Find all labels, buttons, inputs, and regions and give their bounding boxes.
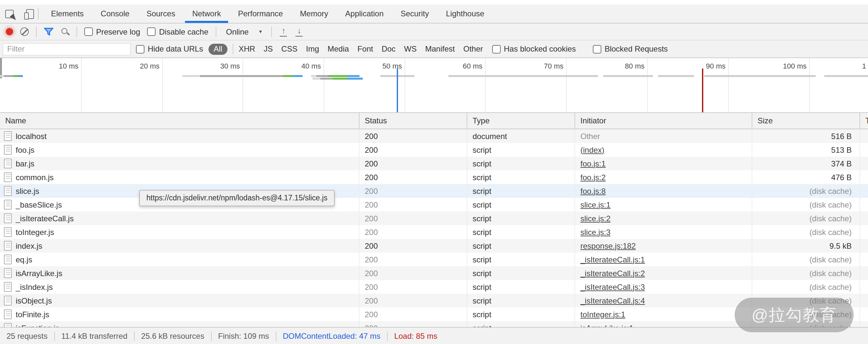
toggle-device-toolbar-button[interactable] — [22, 7, 35, 20]
inspect-element-button[interactable] — [3, 7, 16, 20]
load-event-line — [702, 69, 703, 112]
tab-elements[interactable]: Elements — [42, 5, 92, 23]
filter-type-font[interactable]: Font — [358, 44, 373, 54]
initiator-link[interactable]: foo.js:2 — [581, 173, 606, 182]
checkbox-icon[interactable] — [147, 27, 156, 36]
preserve-log-checkbox[interactable]: Preserve log — [84, 27, 140, 36]
filter-type-other[interactable]: Other — [463, 44, 483, 54]
tab-performance[interactable]: Performance — [229, 5, 291, 23]
table-row[interactable]: bar.js200scriptfoo.js:1374 B — [0, 157, 868, 170]
blocked-requests-checkbox[interactable]: Blocked Requests — [593, 44, 668, 54]
filter-type-manifest[interactable]: Manifest — [425, 44, 455, 54]
throttling-dropdown[interactable]: Online ▾ — [223, 27, 265, 36]
waterfall-bar-segment — [333, 78, 348, 80]
divider — [233, 44, 233, 54]
initiator-link[interactable]: _isIterateeCall.js:1 — [581, 255, 645, 264]
initiator-link[interactable]: _isIterateeCall.js:2 — [581, 269, 645, 278]
timeline-gridline — [647, 58, 648, 112]
summary-item[interactable]: Load: 85 ms — [394, 331, 437, 340]
table-row[interactable]: isArrayLike.js200script_isIterateeCall.j… — [0, 266, 868, 280]
filter-type-js[interactable]: JS — [264, 44, 273, 54]
network-overview-timeline[interactable]: 10 ms20 ms30 ms40 ms50 ms60 ms70 ms80 ms… — [0, 58, 868, 113]
checkbox-icon[interactable] — [136, 45, 145, 53]
initiator-link[interactable]: isArrayLike.js:1 — [581, 323, 634, 327]
filter-type-doc[interactable]: Doc — [382, 44, 396, 54]
cell-type: script — [467, 184, 575, 198]
column-header-initiator[interactable]: Initiator — [575, 113, 752, 129]
timeline-tick-label: 60 ms — [463, 62, 483, 70]
request-name: bar.js — [16, 159, 34, 168]
search-icon[interactable] — [61, 27, 69, 36]
initiator-link[interactable]: slice.js:1 — [581, 200, 611, 209]
script-file-icon — [4, 268, 12, 278]
has-blocked-cookies-checkbox[interactable]: Has blocked cookies — [492, 44, 576, 54]
column-header-name[interactable]: Name — [0, 113, 359, 129]
cell-initiator: foo.js:2 — [575, 170, 752, 184]
cell-initiator: _isIterateeCall.js:1 — [575, 253, 752, 266]
initiator-link[interactable]: foo.js:8 — [581, 186, 606, 196]
column-header-type[interactable]: Type — [467, 113, 575, 129]
column-header-size[interactable]: Size — [752, 113, 860, 129]
summary-item[interactable]: DOMContentLoaded: 47 ms — [283, 331, 380, 340]
cell-time — [860, 253, 868, 266]
filter-type-img[interactable]: Img — [306, 44, 319, 54]
timeline-gridline — [323, 58, 324, 112]
cell-status: 200 — [359, 170, 467, 184]
initiator-link[interactable]: response.js:182 — [581, 241, 636, 250]
initiator-link[interactable]: _isIterateeCall.js:4 — [581, 296, 645, 305]
tab-lighthouse[interactable]: Lighthouse — [437, 5, 493, 23]
filter-type-all[interactable]: All — [208, 43, 227, 55]
filter-type-css[interactable]: CSS — [281, 44, 298, 54]
initiator-link[interactable]: foo.js:1 — [581, 159, 606, 168]
script-file-icon — [4, 145, 12, 155]
waterfall-bar-segment — [283, 75, 293, 77]
initiator-link[interactable]: slice.js:3 — [581, 228, 611, 237]
filter-type-ws[interactable]: WS — [404, 44, 417, 54]
initiator-link[interactable]: slice.js:2 — [581, 214, 611, 223]
waterfall-bar-segment — [312, 78, 320, 80]
cell-time — [860, 266, 868, 280]
table-row[interactable]: localhost200documentOther516 B — [0, 129, 868, 143]
table-row[interactable]: _isIndex.js200script_isIterateeCall.js:3… — [0, 280, 868, 294]
network-toolbar: Preserve log Disable cache Online ▾ ↑ ↓ — [0, 24, 868, 40]
cell-type: script — [467, 266, 575, 280]
watermark: @拉勾教育 — [735, 298, 854, 332]
table-row[interactable]: _isIterateeCall.js200scriptslice.js:2(di… — [0, 211, 868, 225]
waterfall-bar-segment — [348, 78, 363, 80]
tab-sources[interactable]: Sources — [138, 5, 184, 23]
export-har-icon[interactable]: ↓ — [295, 27, 304, 37]
divider — [36, 27, 37, 37]
table-row[interactable]: index.js200scriptresponse.js:1829.5 kB — [0, 239, 868, 253]
disable-cache-checkbox[interactable]: Disable cache — [147, 27, 209, 36]
tab-application[interactable]: Application — [337, 5, 392, 23]
cell-time — [860, 211, 868, 225]
initiator-link[interactable]: _isIterateeCall.js:3 — [581, 282, 645, 291]
checkbox-icon[interactable] — [593, 45, 601, 53]
checkbox-icon[interactable] — [492, 45, 501, 53]
column-header-status[interactable]: Status — [359, 113, 467, 129]
table-row[interactable]: foo.js200script(index)513 B — [0, 143, 868, 157]
tab-security[interactable]: Security — [392, 5, 438, 23]
table-row[interactable]: _baseSlice.js200scriptslice.js:1(disk ca… — [0, 198, 868, 211]
filter-funnel-icon[interactable] — [44, 27, 54, 36]
filter-type-media[interactable]: Media — [328, 44, 349, 54]
filter-input[interactable] — [3, 43, 131, 55]
request-name: isObject.js — [16, 296, 52, 305]
waterfall-bar-segment — [603, 75, 653, 77]
record-network-log-icon[interactable] — [6, 28, 13, 35]
clear-network-log-icon[interactable] — [20, 27, 29, 36]
filter-type-xhr[interactable]: XHR — [239, 44, 255, 54]
table-row[interactable]: common.js200scriptfoo.js:2476 B — [0, 170, 868, 184]
checkbox-icon[interactable] — [84, 27, 93, 36]
tab-network[interactable]: Network — [184, 5, 229, 23]
tab-console[interactable]: Console — [92, 5, 138, 23]
hide-data-urls-checkbox[interactable]: Hide data URLs — [136, 44, 203, 54]
initiator-link[interactable]: toInteger.js:1 — [581, 310, 625, 319]
import-har-icon[interactable]: ↑ — [279, 27, 288, 37]
table-row[interactable]: eq.js200script_isIterateeCall.js:1(disk … — [0, 253, 868, 266]
tab-memory[interactable]: Memory — [291, 5, 337, 23]
initiator-link[interactable]: (index) — [581, 145, 604, 154]
table-row[interactable]: slice.js200scriptfoo.js:8(disk cache) — [0, 184, 868, 198]
table-row[interactable]: toInteger.js200scriptslice.js:3(disk cac… — [0, 225, 868, 239]
column-header-time[interactable]: Time — [860, 113, 868, 129]
